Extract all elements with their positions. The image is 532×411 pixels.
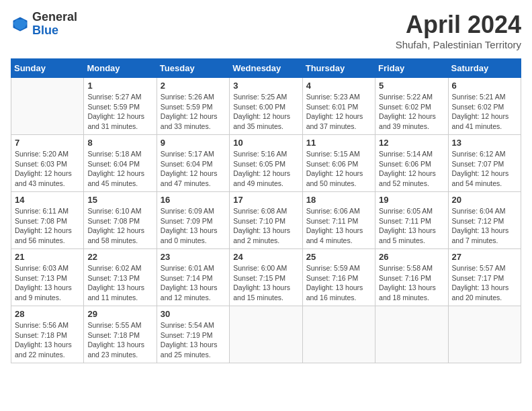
calendar-cell: 11Sunrise: 5:15 AM Sunset: 6:06 PM Dayli… — [302, 135, 375, 192]
day-number: 17 — [233, 195, 298, 205]
cell-details: Sunrise: 6:00 AM Sunset: 7:15 PM Dayligh… — [233, 263, 298, 303]
logo: General Blue — [11, 11, 77, 38]
cell-details: Sunrise: 6:10 AM Sunset: 7:08 PM Dayligh… — [87, 206, 152, 246]
day-number: 11 — [306, 138, 371, 148]
logo-blue: Blue — [32, 24, 58, 37]
cell-details: Sunrise: 5:58 AM Sunset: 7:16 PM Dayligh… — [379, 263, 444, 303]
day-number: 23 — [161, 252, 226, 262]
cell-details: Sunrise: 6:09 AM Sunset: 7:09 PM Dayligh… — [161, 206, 226, 246]
calendar-week-row: 1Sunrise: 5:27 AM Sunset: 5:59 PM Daylig… — [11, 78, 521, 135]
calendar-week-row: 7Sunrise: 5:20 AM Sunset: 6:03 PM Daylig… — [11, 135, 521, 192]
calendar-cell: 16Sunrise: 6:09 AM Sunset: 7:09 PM Dayli… — [157, 192, 229, 249]
calendar-cell: 27Sunrise: 5:57 AM Sunset: 7:17 PM Dayli… — [448, 249, 521, 306]
cell-details: Sunrise: 6:11 AM Sunset: 7:08 PM Dayligh… — [15, 206, 80, 246]
calendar-cell — [230, 306, 302, 363]
day-number: 27 — [452, 252, 517, 262]
cell-details: Sunrise: 6:12 AM Sunset: 7:07 PM Dayligh… — [452, 149, 517, 189]
day-number: 15 — [87, 195, 152, 205]
calendar-cell: 19Sunrise: 6:05 AM Sunset: 7:11 PM Dayli… — [375, 192, 448, 249]
cell-details: Sunrise: 5:20 AM Sunset: 6:03 PM Dayligh… — [15, 149, 80, 189]
calendar-cell: 7Sunrise: 5:20 AM Sunset: 6:03 PM Daylig… — [11, 135, 84, 192]
day-number: 18 — [306, 195, 371, 205]
cell-details: Sunrise: 6:04 AM Sunset: 7:12 PM Dayligh… — [452, 206, 517, 246]
day-number: 30 — [161, 309, 226, 319]
weekday-header: Thursday — [302, 59, 375, 78]
logo-general: General — [32, 10, 77, 24]
calendar-cell: 25Sunrise: 5:59 AM Sunset: 7:16 PM Dayli… — [302, 249, 375, 306]
calendar-cell: 15Sunrise: 6:10 AM Sunset: 7:08 PM Dayli… — [84, 192, 157, 249]
day-number: 5 — [379, 81, 444, 91]
day-number: 7 — [15, 138, 80, 148]
calendar-cell: 6Sunrise: 5:21 AM Sunset: 6:02 PM Daylig… — [448, 78, 521, 135]
calendar-cell: 9Sunrise: 5:17 AM Sunset: 6:04 PM Daylig… — [157, 135, 229, 192]
cell-details: Sunrise: 5:18 AM Sunset: 6:04 PM Dayligh… — [87, 149, 152, 189]
cell-details: Sunrise: 5:22 AM Sunset: 6:02 PM Dayligh… — [379, 92, 444, 132]
calendar-cell: 29Sunrise: 5:55 AM Sunset: 7:18 PM Dayli… — [84, 306, 157, 363]
calendar-cell: 5Sunrise: 5:22 AM Sunset: 6:02 PM Daylig… — [375, 78, 448, 135]
cell-details: Sunrise: 6:01 AM Sunset: 7:14 PM Dayligh… — [161, 263, 226, 303]
calendar-cell: 26Sunrise: 5:58 AM Sunset: 7:16 PM Dayli… — [375, 249, 448, 306]
calendar-cell: 17Sunrise: 6:08 AM Sunset: 7:10 PM Dayli… — [230, 192, 302, 249]
calendar-cell: 12Sunrise: 5:14 AM Sunset: 6:06 PM Dayli… — [375, 135, 448, 192]
day-number: 4 — [306, 81, 371, 91]
day-number: 13 — [452, 138, 517, 148]
weekday-header: Monday — [84, 59, 157, 78]
calendar-cell: 22Sunrise: 6:02 AM Sunset: 7:13 PM Dayli… — [84, 249, 157, 306]
weekday-header: Tuesday — [157, 59, 229, 78]
cell-details: Sunrise: 5:17 AM Sunset: 6:04 PM Dayligh… — [161, 149, 226, 189]
calendar-cell: 3Sunrise: 5:25 AM Sunset: 6:00 PM Daylig… — [230, 78, 302, 135]
weekday-header: Wednesday — [230, 59, 302, 78]
cell-details: Sunrise: 5:56 AM Sunset: 7:18 PM Dayligh… — [15, 320, 80, 360]
day-number: 2 — [161, 81, 226, 91]
day-number: 19 — [379, 195, 444, 205]
calendar-cell — [448, 306, 521, 363]
day-number: 28 — [15, 309, 80, 319]
cell-details: Sunrise: 5:16 AM Sunset: 6:05 PM Dayligh… — [233, 149, 298, 189]
cell-details: Sunrise: 5:15 AM Sunset: 6:06 PM Dayligh… — [306, 149, 371, 189]
weekday-header: Saturday — [448, 59, 521, 78]
month-title: April 2024 — [396, 11, 521, 39]
day-number: 9 — [161, 138, 226, 148]
day-number: 26 — [379, 252, 444, 262]
weekday-header: Friday — [375, 59, 448, 78]
day-number: 1 — [87, 81, 152, 91]
calendar-cell: 2Sunrise: 5:26 AM Sunset: 5:59 PM Daylig… — [157, 78, 229, 135]
cell-details: Sunrise: 6:06 AM Sunset: 7:11 PM Dayligh… — [306, 206, 371, 246]
page-header: General Blue April 2024 Shufah, Palestin… — [11, 11, 521, 50]
calendar-cell: 24Sunrise: 6:00 AM Sunset: 7:15 PM Dayli… — [230, 249, 302, 306]
cell-details: Sunrise: 5:25 AM Sunset: 6:00 PM Dayligh… — [233, 92, 298, 132]
cell-details: Sunrise: 5:21 AM Sunset: 6:02 PM Dayligh… — [452, 92, 517, 132]
calendar-week-row: 14Sunrise: 6:11 AM Sunset: 7:08 PM Dayli… — [11, 192, 521, 249]
day-number: 24 — [233, 252, 298, 262]
day-number: 10 — [233, 138, 298, 148]
cell-details: Sunrise: 5:23 AM Sunset: 6:01 PM Dayligh… — [306, 92, 371, 132]
day-number: 25 — [306, 252, 371, 262]
day-number: 14 — [15, 195, 80, 205]
day-number: 29 — [87, 309, 152, 319]
cell-details: Sunrise: 5:55 AM Sunset: 7:18 PM Dayligh… — [87, 320, 152, 360]
calendar-cell: 10Sunrise: 5:16 AM Sunset: 6:05 PM Dayli… — [230, 135, 302, 192]
calendar-cell: 28Sunrise: 5:56 AM Sunset: 7:18 PM Dayli… — [11, 306, 84, 363]
calendar-cell: 23Sunrise: 6:01 AM Sunset: 7:14 PM Dayli… — [157, 249, 229, 306]
cell-details: Sunrise: 5:59 AM Sunset: 7:16 PM Dayligh… — [306, 263, 371, 303]
cell-details: Sunrise: 5:54 AM Sunset: 7:19 PM Dayligh… — [161, 320, 226, 360]
calendar-cell — [11, 78, 84, 135]
logo-text: General Blue — [32, 11, 77, 38]
header-row: SundayMondayTuesdayWednesdayThursdayFrid… — [11, 59, 521, 78]
calendar-cell: 14Sunrise: 6:11 AM Sunset: 7:08 PM Dayli… — [11, 192, 84, 249]
weekday-header: Sunday — [11, 59, 84, 78]
day-number: 6 — [452, 81, 517, 91]
calendar-cell: 18Sunrise: 6:06 AM Sunset: 7:11 PM Dayli… — [302, 192, 375, 249]
calendar-cell: 8Sunrise: 5:18 AM Sunset: 6:04 PM Daylig… — [84, 135, 157, 192]
cell-details: Sunrise: 6:02 AM Sunset: 7:13 PM Dayligh… — [87, 263, 152, 303]
cell-details: Sunrise: 5:14 AM Sunset: 6:06 PM Dayligh… — [379, 149, 444, 189]
calendar-week-row: 28Sunrise: 5:56 AM Sunset: 7:18 PM Dayli… — [11, 306, 521, 363]
calendar-cell: 13Sunrise: 6:12 AM Sunset: 7:07 PM Dayli… — [448, 135, 521, 192]
cell-details: Sunrise: 6:03 AM Sunset: 7:13 PM Dayligh… — [15, 263, 80, 303]
cell-details: Sunrise: 5:57 AM Sunset: 7:17 PM Dayligh… — [452, 263, 517, 303]
cell-details: Sunrise: 6:05 AM Sunset: 7:11 PM Dayligh… — [379, 206, 444, 246]
day-number: 21 — [15, 252, 80, 262]
cell-details: Sunrise: 6:08 AM Sunset: 7:10 PM Dayligh… — [233, 206, 298, 246]
calendar-cell — [302, 306, 375, 363]
logo-icon — [11, 15, 30, 34]
